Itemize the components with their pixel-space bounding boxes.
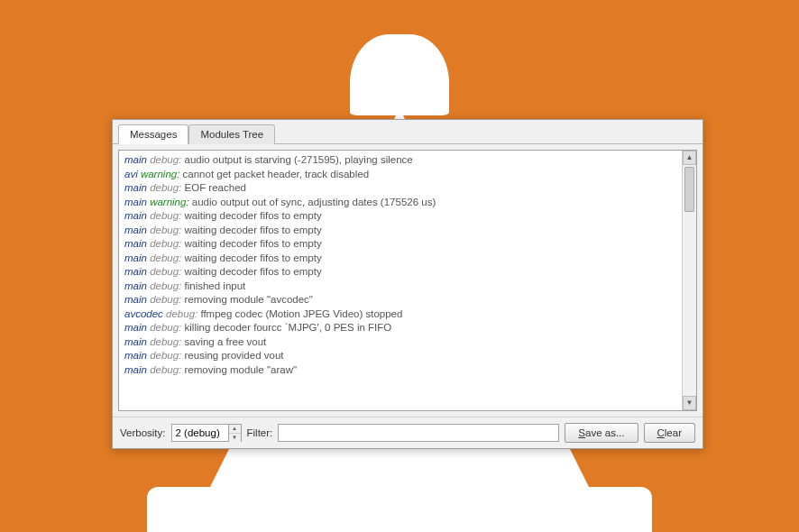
log-text: audio output out of sync, adjusting date… — [189, 197, 436, 207]
verbosity-label: Verbosity: — [120, 427, 166, 438]
log-module: main — [124, 294, 147, 305]
spinner-down-icon[interactable]: ▼ — [229, 434, 241, 442]
log-level: debug: — [150, 154, 181, 165]
spinner-buttons: ▲ ▼ — [228, 425, 241, 441]
log-module: main — [124, 336, 147, 347]
log-module: avcodec — [124, 308, 163, 319]
log-level: debug: — [166, 308, 197, 319]
vlc-cone-base — [147, 487, 652, 532]
log-text: saving a free vout — [181, 336, 266, 347]
log-text: reusing provided vout — [181, 350, 283, 361]
log-level: debug: — [150, 294, 181, 305]
filter-input[interactable] — [278, 424, 559, 442]
tab-bar: Messages Modules Tree — [113, 120, 703, 144]
log-module: main — [124, 154, 147, 165]
log-level: debug: — [150, 225, 181, 235]
verbosity-input[interactable] — [172, 425, 228, 441]
log-output[interactable]: main debug: audio output is starving (-2… — [119, 151, 682, 410]
scrollbar[interactable]: ▲ ▼ — [682, 151, 696, 410]
log-panel: main debug: audio output is starving (-2… — [118, 150, 697, 411]
log-text: waiting decoder fifos to empty — [181, 210, 321, 221]
log-text: waiting decoder fifos to empty — [181, 225, 321, 235]
log-line: avi warning: cannot get packet header, t… — [124, 168, 676, 182]
log-module: main — [124, 210, 147, 221]
log-text: waiting decoder fifos to empty — [181, 266, 321, 277]
scroll-up-button[interactable]: ▲ — [683, 151, 696, 165]
log-module: main — [124, 322, 147, 333]
log-line: main debug: waiting decoder fifos to emp… — [124, 224, 676, 238]
log-level: debug: — [150, 336, 181, 347]
log-level: debug: — [150, 252, 181, 263]
log-module: main — [124, 197, 147, 207]
log-module: main — [124, 350, 147, 361]
log-module: main — [124, 280, 147, 291]
log-module: main — [124, 364, 147, 375]
log-text: audio output is starving (-271595), play… — [181, 154, 412, 165]
log-line: main debug: waiting decoder fifos to emp… — [124, 265, 676, 280]
log-level: debug: — [150, 322, 181, 333]
log-line: main debug: finished input — [124, 280, 676, 294]
bottom-bar: Verbosity: ▲ ▼ Filter: Save as... Clear — [113, 417, 703, 448]
log-line: main debug: waiting decoder fifos to emp… — [124, 252, 676, 266]
verbosity-spinner[interactable]: ▲ ▼ — [171, 424, 242, 442]
log-line: main debug: removing module "avcodec" — [124, 293, 676, 307]
log-level: debug: — [150, 350, 181, 361]
log-line: main debug: waiting decoder fifos to emp… — [124, 209, 676, 224]
log-text: removing module "araw" — [181, 364, 297, 375]
log-module: main — [124, 252, 147, 263]
log-text: cannot get packet header, track disabled — [179, 169, 369, 179]
log-module: avi — [124, 169, 138, 179]
log-level: warning: — [141, 169, 179, 179]
log-line: main debug: audio output is starving (-2… — [124, 153, 676, 168]
log-line: main debug: saving a free vout — [124, 335, 676, 350]
log-text: waiting decoder fifos to empty — [181, 238, 321, 249]
log-text: ffmpeg codec (Motion JPEG Video) stopped — [197, 308, 402, 319]
log-module: main — [124, 266, 147, 277]
log-text: finished input — [181, 280, 245, 291]
log-level: debug: — [150, 238, 181, 249]
log-line: main debug: EOF reached — [124, 181, 676, 196]
spinner-up-icon[interactable]: ▲ — [229, 425, 241, 434]
scroll-down-button[interactable]: ▼ — [683, 396, 696, 410]
tab-modules-tree[interactable]: Modules Tree — [188, 124, 275, 144]
log-line: main debug: killing decoder fourcc `MJPG… — [124, 321, 676, 335]
log-line: main debug: reusing provided vout — [124, 349, 676, 363]
log-module: main — [124, 225, 147, 235]
log-text: waiting decoder fifos to empty — [181, 252, 321, 263]
log-module: main — [124, 182, 147, 193]
filter-label: Filter: — [247, 427, 273, 438]
vlc-cone-top — [350, 34, 449, 115]
messages-window: Messages Modules Tree main debug: audio … — [112, 119, 703, 449]
clear-button[interactable]: Clear — [644, 423, 696, 443]
log-level: debug: — [150, 364, 181, 375]
log-text: EOF reached — [181, 182, 246, 193]
log-line: main warning: audio output out of sync, … — [124, 196, 676, 210]
log-level: debug: — [150, 182, 181, 193]
scroll-thumb[interactable] — [684, 167, 694, 212]
log-text: killing decoder fourcc `MJPG', 0 PES in … — [181, 322, 391, 333]
log-line: main debug: removing module "araw" — [124, 363, 676, 378]
tab-messages[interactable]: Messages — [118, 124, 188, 144]
log-level: warning: — [150, 197, 188, 207]
log-line: main debug: waiting decoder fifos to emp… — [124, 237, 676, 252]
log-module: main — [124, 238, 147, 249]
log-level: debug: — [150, 280, 181, 291]
log-text: removing module "avcodec" — [181, 294, 313, 305]
log-level: debug: — [150, 210, 181, 221]
log-line: avcodec debug: ffmpeg codec (Motion JPEG… — [124, 307, 676, 322]
save-as-button[interactable]: Save as... — [565, 423, 638, 443]
log-level: debug: — [150, 266, 181, 277]
